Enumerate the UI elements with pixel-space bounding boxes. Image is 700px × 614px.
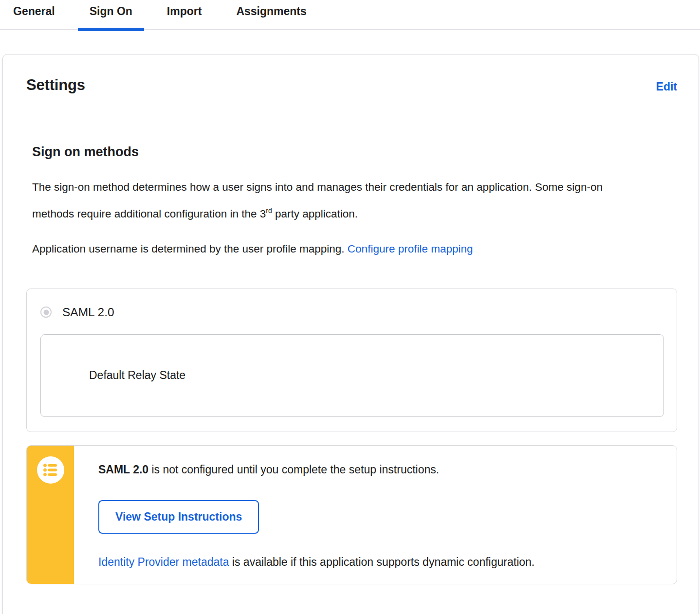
callout-footer: Identity Provider metadata is available …: [98, 554, 657, 570]
callout-footer-text: is available if this application support…: [229, 556, 534, 568]
callout-warning-strip: [27, 446, 74, 584]
tab-general[interactable]: General: [1, 0, 67, 30]
configure-profile-mapping-link[interactable]: Configure profile mapping: [348, 243, 473, 255]
view-setup-instructions-button[interactable]: View Setup Instructions: [98, 500, 259, 534]
saml-radio-label: SAML 2.0: [62, 306, 114, 319]
tab-import[interactable]: Import: [155, 0, 214, 30]
callout-message: SAML 2.0 is not configured until you com…: [98, 462, 657, 477]
saml-radio-row: SAML 2.0: [40, 306, 664, 319]
ordinal-superscript: rd: [266, 207, 272, 215]
callout-message-text: is not configured until you complete the…: [148, 463, 439, 476]
username-text: Application username is determined by th…: [32, 243, 348, 255]
settings-card: Settings Edit Sign on methods The sign-o…: [2, 54, 699, 614]
callout-body: SAML 2.0 is not configured until you com…: [74, 446, 677, 584]
username-description: Application username is determined by th…: [32, 237, 638, 261]
saml-setup-callout: SAML 2.0 is not configured until you com…: [26, 445, 677, 584]
sign-on-methods-section: Sign on methods The sign-on method deter…: [26, 144, 677, 261]
tab-sign-on[interactable]: Sign On: [78, 0, 144, 30]
identity-provider-metadata-link[interactable]: Identity Provider metadata: [98, 556, 229, 568]
list-icon: [37, 456, 64, 484]
page-title: Settings: [26, 76, 85, 94]
default-relay-state-label: Default Relay State: [89, 369, 185, 382]
callout-message-bold: SAML 2.0: [98, 463, 148, 476]
card-header: Settings Edit: [26, 76, 677, 94]
section-heading: Sign on methods: [32, 144, 677, 160]
description-text-part2: party application.: [272, 208, 358, 220]
saml-radio[interactable]: [40, 307, 52, 318]
edit-link[interactable]: Edit: [656, 80, 677, 93]
tab-assignments[interactable]: Assignments: [224, 0, 318, 30]
default-relay-state-field: Default Relay State: [40, 334, 664, 417]
saml-method-box: SAML 2.0 Default Relay State: [26, 289, 677, 432]
app-tabbar: General Sign On Import Assignments: [0, 0, 700, 30]
sign-on-description: The sign-on method determines how a user…: [32, 175, 638, 226]
